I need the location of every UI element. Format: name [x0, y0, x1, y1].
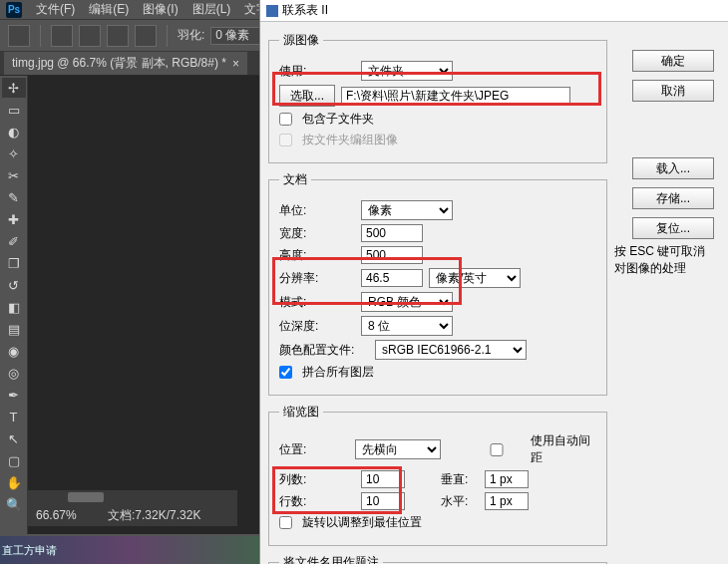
- hand-tool-icon[interactable]: ✋: [2, 472, 26, 492]
- unit-select[interactable]: 像素: [361, 200, 453, 220]
- close-icon[interactable]: ×: [232, 57, 239, 71]
- load-button[interactable]: 载入...: [632, 157, 714, 179]
- width-input[interactable]: [361, 224, 423, 242]
- brush-tool-icon[interactable]: ✐: [2, 231, 26, 251]
- dialog-app-icon: [266, 5, 278, 17]
- dialog-title: 联系表 II: [282, 2, 328, 19]
- group-caption: 将文件名用作题注 字体: 黑体 Regular 点: [268, 554, 607, 564]
- res-unit-select[interactable]: 像素/英寸: [429, 268, 521, 288]
- blur-tool-icon[interactable]: ◉: [2, 341, 26, 361]
- doc-size-readout: 文档:7.32K/7.32K: [108, 507, 200, 524]
- hscroll-thumb[interactable]: [68, 492, 104, 502]
- marquee-tool-icon[interactable]: ▭: [2, 100, 26, 120]
- zoom-readout[interactable]: 66.67%: [36, 508, 96, 522]
- eyedrop-tool-icon[interactable]: ✎: [2, 187, 26, 207]
- eraser-tool-icon[interactable]: ◧: [2, 297, 26, 317]
- use-label: 使用:: [279, 63, 355, 80]
- gradient-tool-icon[interactable]: ▤: [2, 319, 26, 339]
- marquee-tool-icon[interactable]: [8, 25, 30, 47]
- browse-button[interactable]: 选取...: [279, 85, 335, 107]
- divider: [167, 25, 168, 47]
- group-source-legend: 源图像: [279, 32, 323, 49]
- ps-logo-icon: Ps: [6, 2, 22, 18]
- menu-image[interactable]: 图像(I): [143, 1, 178, 18]
- contact-sheet-dialog: 联系表 II 源图像 使用: 文件夹 选取... 包含子文件夹 按文件夹编组图像: [259, 0, 728, 564]
- use-select[interactable]: 文件夹: [361, 61, 453, 81]
- res-input[interactable]: [361, 269, 423, 287]
- divider: [40, 25, 41, 47]
- crop-tool-icon[interactable]: ✂: [2, 165, 26, 185]
- dodge-tool-icon[interactable]: ◎: [2, 363, 26, 383]
- menu-edit[interactable]: 编辑(E): [89, 1, 129, 18]
- feather-label: 羽化:: [178, 27, 204, 44]
- group-thumbnail: 缩览图 位置: 先横向 使用自动间距 列数: 垂直: 行数:: [268, 404, 607, 546]
- document-tab[interactable]: timg.jpg @ 66.7% (背景 副本, RGB/8#) * ×: [4, 52, 247, 75]
- taskbar-label: 直工方申请: [2, 543, 57, 558]
- dialog-titlebar[interactable]: 联系表 II: [260, 0, 728, 22]
- place-label: 位置:: [279, 441, 349, 458]
- ok-button[interactable]: 确定: [632, 50, 714, 72]
- mode-int-icon[interactable]: [135, 25, 157, 47]
- tools-panel: ✢ ▭ ◐ ✧ ✂ ✎ ✚ ✐ ❐ ↺ ◧ ▤ ◉ ◎ ✒ T ↖ ▢ ✋ 🔍: [0, 76, 28, 534]
- include-subfolders-checkbox[interactable]: [279, 113, 292, 126]
- history-tool-icon[interactable]: ↺: [2, 275, 26, 295]
- horz-label: 水平:: [441, 493, 475, 510]
- rotate-checkbox[interactable]: [279, 516, 292, 529]
- cols-label: 列数:: [279, 471, 355, 488]
- unit-label: 单位:: [279, 202, 355, 219]
- height-label: 高度:: [279, 247, 355, 264]
- place-select[interactable]: 先横向: [355, 439, 441, 459]
- mode-label: 模式:: [279, 294, 355, 311]
- group-by-folder-checkbox[interactable]: [279, 134, 292, 146]
- move-tool-icon[interactable]: ✢: [2, 78, 26, 98]
- cols-input[interactable]: [361, 470, 405, 488]
- type-tool-icon[interactable]: T: [2, 407, 26, 426]
- menu-file[interactable]: 文件(F): [36, 1, 75, 18]
- horz-input[interactable]: [485, 492, 529, 510]
- bit-label: 位深度:: [279, 318, 355, 335]
- hscroll[interactable]: [28, 490, 237, 504]
- mode-sub-icon[interactable]: [107, 25, 129, 47]
- height-input[interactable]: [361, 246, 423, 264]
- mode-add-icon[interactable]: [79, 25, 101, 47]
- rows-input[interactable]: [361, 492, 405, 510]
- document-tab-title: timg.jpg @ 66.7% (背景 副本, RGB/8#) *: [12, 55, 226, 72]
- profile-label: 颜色配置文件:: [279, 342, 369, 359]
- wand-tool-icon[interactable]: ✧: [2, 143, 26, 163]
- status-bar: 66.67% 文档:7.32K/7.32K: [28, 504, 237, 526]
- dialog-buttons: 确定 取消 载入... 存储... 复位...: [632, 50, 714, 239]
- feather-input[interactable]: [210, 27, 266, 45]
- lasso-tool-icon[interactable]: ◐: [2, 122, 26, 141]
- canvas-area[interactable]: [28, 76, 259, 534]
- width-label: 宽度:: [279, 225, 355, 242]
- vert-label: 垂直:: [441, 471, 475, 488]
- heal-tool-icon[interactable]: ✚: [2, 209, 26, 229]
- zoom-tool-icon[interactable]: 🔍: [2, 494, 26, 514]
- auto-space-label: 使用自动间距: [531, 432, 596, 466]
- rows-label: 行数:: [279, 493, 355, 510]
- group-document: 文档 单位: 像素 宽度: 高度: 分辨率: 像素/英寸 模式: RGB 颜色 …: [268, 171, 607, 396]
- dialog-body: 源图像 使用: 文件夹 选取... 包含子文件夹 按文件夹编组图像 文档 单位:…: [260, 22, 728, 564]
- workspace: ✢ ▭ ◐ ✧ ✂ ✎ ✚ ✐ ❐ ↺ ◧ ▤ ◉ ◎ ✒ T ↖ ▢ ✋ 🔍 …: [0, 76, 259, 534]
- cancel-button[interactable]: 取消: [632, 80, 714, 102]
- rotate-label: 旋转以调整到最佳位置: [302, 514, 422, 531]
- group-source: 源图像 使用: 文件夹 选取... 包含子文件夹 按文件夹编组图像: [268, 32, 607, 163]
- flatten-checkbox[interactable]: [279, 366, 292, 379]
- bit-select[interactable]: 8 位: [361, 316, 453, 336]
- stamp-tool-icon[interactable]: ❐: [2, 253, 26, 273]
- include-subfolders-label: 包含子文件夹: [302, 111, 374, 128]
- group-thumbnail-legend: 缩览图: [279, 404, 323, 421]
- vert-input[interactable]: [485, 470, 529, 488]
- path-input[interactable]: [341, 87, 570, 105]
- pen-tool-icon[interactable]: ✒: [2, 385, 26, 405]
- save-button[interactable]: 存储...: [632, 187, 714, 209]
- profile-select[interactable]: sRGB IEC61966-2.1: [375, 340, 527, 360]
- mode-select[interactable]: RGB 颜色: [361, 292, 453, 312]
- menu-layer[interactable]: 图层(L): [192, 1, 231, 18]
- auto-space-checkbox[interactable]: [477, 443, 517, 456]
- path-tool-icon[interactable]: ↖: [2, 428, 26, 448]
- shape-tool-icon[interactable]: ▢: [2, 450, 26, 470]
- mode-new-icon[interactable]: [51, 25, 73, 47]
- esc-note: 按 ESC 键可取消对图像的处理: [614, 243, 714, 277]
- reset-button[interactable]: 复位...: [632, 217, 714, 239]
